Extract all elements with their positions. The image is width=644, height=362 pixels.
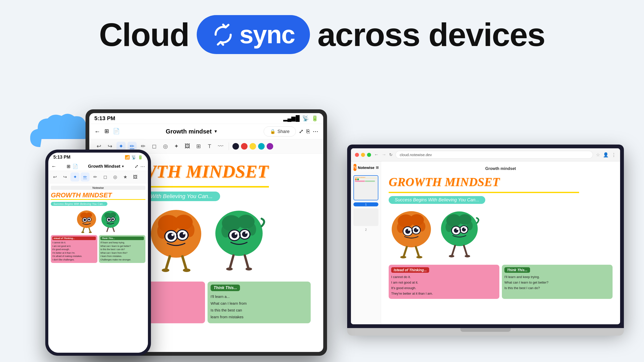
browser-star[interactable]: ☆ [596, 152, 600, 158]
phone-doc-title: Growth Mindset [88, 164, 120, 169]
svg-point-91 [464, 227, 466, 229]
svg-line-42 [182, 256, 186, 269]
phone-title-area: Growth Mindset ▼ [88, 164, 124, 169]
browser-refresh[interactable]: ↻ [389, 152, 392, 157]
phone-tagline: Success Begins With Believing You Can... [51, 202, 107, 206]
svg-point-44 [183, 268, 190, 272]
browser-back[interactable]: ← [374, 152, 379, 157]
laptop-brains [389, 208, 613, 261]
tab-eraser[interactable]: ◻ [150, 142, 159, 151]
phone-card-left: Istead of Thinking... I cannot do it.I a… [51, 235, 97, 263]
tablet-grid-icon[interactable]: ⊞ [104, 128, 109, 135]
tablet-wifi: 📡 [302, 115, 309, 122]
laptop-cards: Istead of Thinking... I cannot do it.I a… [389, 265, 613, 299]
tablet-back-icon[interactable]: ← [94, 128, 100, 135]
color-teal[interactable] [258, 143, 265, 150]
maximize-dot[interactable] [367, 153, 371, 157]
laptop-tagline: Success Begins With Believing You Can... [389, 196, 485, 204]
tablet-signal: ▂▄▆█ [283, 115, 300, 122]
tablet-more-icon[interactable]: ⋯ [313, 128, 318, 135]
tab-text[interactable]: T [205, 142, 214, 151]
chevron-icon: ▼ [122, 165, 125, 168]
devices-container: 5:13 PM 📶 📡 🔋 ← ⊞ 📄 Growth Mindset ▼ [0, 59, 644, 336]
svg-point-98 [465, 255, 470, 257]
browser-menu[interactable]: ⋮ [612, 152, 616, 158]
sidebar-thumb-2[interactable] [353, 208, 378, 226]
phone-status-icons: 📶 📡 🔋 [125, 155, 143, 160]
laptop-gm-title: GROWTH MINDSET [389, 175, 613, 189]
laptop-base [347, 328, 624, 336]
browser-url-bar[interactable]: cloud.notewise.dev [395, 151, 593, 159]
svg-line-22 [107, 228, 108, 232]
tablet-brain-green [211, 206, 267, 277]
color-red[interactable] [241, 143, 248, 150]
back-icon[interactable]: ← [51, 163, 56, 169]
svg-point-36 [171, 234, 174, 236]
pen-btn[interactable]: ✏ [80, 172, 90, 182]
close-dot[interactable] [355, 153, 359, 157]
tablet-doc-icon[interactable]: 📄 [113, 128, 120, 135]
sidebar-grid-icon[interactable]: ⊞ [376, 165, 379, 169]
svg-line-77 [404, 247, 407, 256]
sidebar-thumb-1[interactable]: GROWTH MINDSET [353, 175, 378, 200]
select-btn[interactable]: ✦ [70, 172, 79, 182]
doc-icon[interactable]: 📄 [72, 164, 78, 169]
header-suffix: across devices [317, 16, 545, 54]
page-header: Cloud sync across devices [0, 0, 644, 64]
shape-btn[interactable]: ◎ [111, 172, 120, 182]
brain-orange-small [75, 208, 98, 233]
svg-point-51 [231, 232, 237, 238]
star-btn[interactable]: ★ [121, 172, 130, 182]
browser-profile[interactable]: 👤 [603, 152, 609, 158]
undo-btn[interactable]: ↩ [50, 172, 59, 182]
laptop-doc-title: Growth mindset [389, 166, 613, 171]
tab-wave[interactable]: 〰 [216, 142, 225, 151]
tablet-expand-icon[interactable]: ⤢ [299, 128, 303, 135]
tab-image[interactable]: 🖼 [183, 142, 192, 151]
tab-shape[interactable]: ✦ [172, 142, 181, 151]
phone-time: 5:13 PM [53, 155, 70, 160]
tab-table[interactable]: ⊞ [194, 142, 203, 151]
svg-line-58 [239, 235, 240, 235]
svg-line-76 [412, 230, 413, 231]
tablet-copy-icon[interactable]: ⎘ [306, 128, 310, 135]
phone-card-left-text: I cannot do it.I am not good at it.It's … [52, 241, 96, 261]
svg-point-90 [457, 228, 458, 230]
phone-yellow-line [51, 199, 145, 200]
color-black[interactable] [232, 143, 239, 150]
header-prefix: Cloud [99, 16, 189, 54]
more-icon[interactable]: ⋯ [140, 164, 145, 169]
svg-point-79 [400, 256, 406, 258]
tablet-brain-orange [146, 206, 206, 277]
grid-icon[interactable]: ⊞ [67, 164, 70, 169]
tablet-doc-title: Growth mindset [166, 128, 212, 135]
svg-point-62 [246, 267, 252, 270]
redo-btn[interactable]: ↪ [60, 172, 69, 182]
image-btn[interactable]: 🖼 [131, 172, 140, 182]
tab-lasso[interactable]: ◎ [161, 142, 170, 151]
page-2-num: 2 [353, 228, 378, 232]
phone-content: Notewise GROWTH MINDSET Success Begins W… [48, 183, 148, 353]
brain-green-small [100, 208, 121, 233]
minimize-dot[interactable] [361, 153, 365, 157]
color-yellow[interactable] [250, 143, 256, 150]
laptop-card-left-text: I cannot do it.I am not good at it.It's … [391, 274, 497, 296]
tablet-share-btn[interactable]: 🔒 Share [264, 126, 296, 137]
expand-icon[interactable]: ⤢ [135, 164, 138, 169]
browser-forward[interactable]: → [382, 152, 386, 157]
svg-line-94 [460, 230, 461, 230]
eraser-btn[interactable]: ◻ [101, 172, 110, 182]
phone-nav-icons: ⊞ 📄 [67, 164, 78, 169]
phone-card-right: Think This... I'll learn and keep trying… [99, 235, 145, 263]
svg-point-55 [245, 232, 247, 234]
tablet-time: 5:13 PM [94, 115, 115, 122]
sync-icon [212, 23, 234, 46]
svg-point-54 [235, 233, 237, 235]
tablet-battery: 🔋 [311, 115, 318, 122]
phone-status-bar: 5:13 PM 📶 📡 🔋 [48, 153, 148, 162]
phone-brains [51, 208, 145, 233]
svg-point-37 [183, 233, 185, 235]
laptop-card-right-title: Think This... [504, 267, 530, 273]
pencil-btn[interactable]: ✏ [91, 172, 100, 182]
color-purple[interactable] [267, 143, 273, 150]
